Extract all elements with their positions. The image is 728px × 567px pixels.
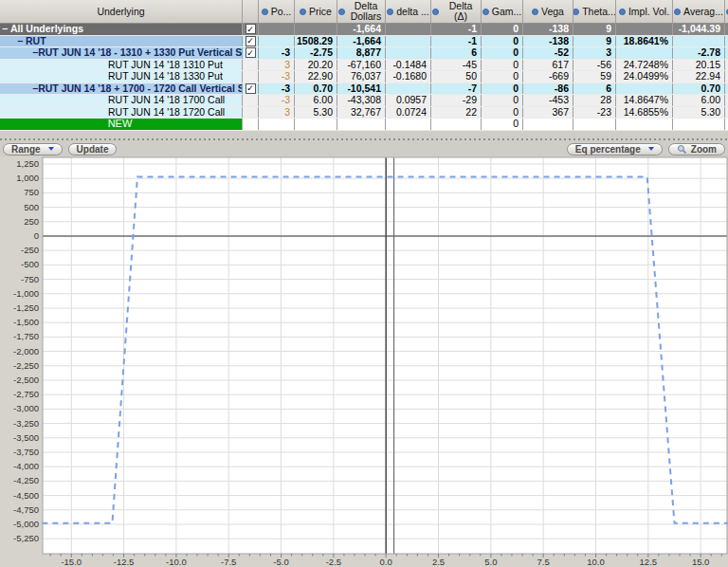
checkbox-cell[interactable]: ✓: [243, 47, 259, 59]
vega-cell: -669: [523, 71, 573, 82]
checkbox-cell[interactable]: ✓: [243, 83, 259, 95]
zoom-button-label: Zoom: [691, 144, 717, 155]
delta-dollars-cell: -1,664: [337, 36, 386, 47]
delta-cell: 22: [431, 107, 482, 119]
y-tick-label: 1,000: [16, 173, 39, 183]
checkbox-cell: [243, 107, 259, 119]
delta-cell: -7: [431, 83, 482, 95]
price-cell: 22.90: [295, 71, 337, 82]
price-cell: 6.00: [295, 95, 337, 106]
impl-vol-cell: [616, 83, 673, 95]
vega-cell: -138: [523, 24, 573, 35]
sort-dot-icon: [432, 9, 439, 15]
column-header-vega[interactable]: Vega: [523, 0, 573, 23]
zoom-button[interactable]: Zoom: [668, 143, 725, 155]
column-header-check: [243, 0, 259, 23]
x-tick-label: -2.5: [326, 557, 341, 567]
chevron-down-icon: [48, 147, 54, 151]
vega-cell: 367: [523, 107, 573, 119]
table-row-rut[interactable]: −RUT✓1508.29-1,664-10-138918.8641%: [0, 36, 728, 48]
chevron-down-icon: [648, 147, 654, 151]
underlying-cell: −All Underlyings: [0, 24, 243, 35]
underlying-label: RUT JUN 14 '18 1700 Call: [108, 95, 225, 106]
underlying-label: RUT JUN 14 '18 + 1700 - 1720 Call Vertic…: [38, 83, 243, 95]
x-tick-label: -7.5: [221, 557, 236, 567]
pos-cell: 3: [259, 60, 295, 71]
delta-small-cell: [386, 24, 431, 35]
row-checkbox[interactable]: ✓: [246, 47, 256, 58]
price-cell: [295, 24, 337, 35]
row-checkbox[interactable]: ✓: [246, 83, 256, 94]
pos-cell: -3: [259, 47, 295, 59]
underlying-cell: RUT JUN 14 '18 1720 Call: [0, 107, 243, 119]
delta-small-cell: [386, 83, 431, 95]
column-header-delta[interactable]: Delta (Δ): [431, 0, 482, 23]
theta-cell: -56: [573, 60, 616, 71]
column-header-delta_small[interactable]: delta ...: [386, 0, 431, 23]
eq-mode-label: Eq percentage: [575, 144, 641, 155]
table-row-rut-jun-14-18-1310-put[interactable]: RUT JUN 14 '18 1310 Put320.20-67,160-0.1…: [0, 60, 728, 72]
y-tick-label: -2,500: [13, 375, 39, 385]
eq-mode-dropdown[interactable]: Eq percentage: [567, 143, 663, 155]
column-header-average[interactable]: Averag...: [673, 0, 725, 23]
column-header-label: Vega: [541, 7, 564, 17]
delta-small-cell: -0.1484: [386, 60, 431, 71]
table-row-rut-jun-14-18-1330-put[interactable]: RUT JUN 14 '18 1330 Put-322.9076,037-0.1…: [0, 71, 728, 83]
table-row-all-underlyings[interactable]: −All Underlyings✓-1,664-10-1389-1,044.39: [0, 24, 728, 36]
risk-profile-chart[interactable]: Equity Portfolio Value Change (USD) -15.…: [0, 156, 728, 567]
impl-vol-cell: 24.0499%: [616, 71, 673, 82]
y-tick-label: -1,250: [13, 302, 39, 313]
gamma-cell: 0: [482, 47, 523, 59]
delta-small-cell: 0.0957: [386, 95, 431, 106]
collapse-icon[interactable]: −: [2, 24, 10, 35]
update-button[interactable]: Update: [68, 143, 118, 155]
y-tick-label: -4,250: [13, 475, 39, 485]
update-button-label: Update: [77, 144, 109, 155]
underlying-cell: −RUT JUN 14 '18 - 1310 + 1330 Put Vertic…: [0, 47, 243, 59]
table-row-rut-jun-14-18-1700-call[interactable]: RUT JUN 14 '18 1700 Call-36.00-43,3080.0…: [0, 95, 728, 107]
collapse-icon[interactable]: −: [17, 36, 26, 47]
table-row-rut-jun-14-18-1700-1720-call-vertical-spr[interactable]: −RUT JUN 14 '18 + 1700 - 1720 Call Verti…: [0, 83, 728, 96]
theta-cell: [573, 119, 616, 130]
x-tick-label: 10.0: [587, 557, 605, 567]
risk-profile-plot[interactable]: -15.0-12.5-10.0-7.5-5.0-2.50.02.55.07.51…: [0, 156, 728, 567]
price-cell: 0.70: [295, 83, 337, 95]
new-order-row[interactable]: NEW0: [0, 119, 728, 131]
delta-small-cell: [386, 47, 431, 59]
delta-dollars-cell: -1,664: [337, 24, 386, 35]
y-tick-label: -3,750: [13, 447, 39, 457]
range-dropdown[interactable]: Range: [3, 143, 63, 155]
y-tick-label: 500: [24, 201, 39, 211]
column-header-price[interactable]: Price: [295, 0, 337, 23]
delta-dollars-cell: 8,877: [337, 47, 386, 59]
column-header-impl_vol[interactable]: Impl. Vol.: [616, 0, 673, 23]
theta-cell: -23: [573, 107, 616, 119]
checkbox-cell: [243, 60, 259, 71]
new-row-label: NEW: [0, 119, 243, 130]
gamma-cell: 0: [482, 71, 523, 82]
table-row-rut-jun-14-18-1310-1330-put-vertical-spr[interactable]: −RUT JUN 14 '18 - 1310 + 1330 Put Vertic…: [0, 47, 728, 60]
column-header-theta[interactable]: Theta...: [573, 0, 616, 23]
x-tick-label: 0.0: [380, 557, 392, 567]
pos-cell: -3: [259, 71, 295, 82]
column-header-gamma[interactable]: Gam...: [482, 0, 523, 23]
vega-cell: 617: [523, 60, 573, 71]
column-header-delta_dollars[interactable]: Delta Dollars: [337, 0, 386, 23]
row-checkbox[interactable]: ✓: [246, 36, 256, 46]
y-tick-label: 250: [24, 215, 39, 226]
y-tick-label: -3,000: [13, 403, 39, 413]
row-checkbox[interactable]: ✓: [246, 24, 256, 34]
delta-cell: 6: [431, 47, 482, 59]
checkbox-cell[interactable]: ✓: [243, 24, 259, 35]
y-tick-label: 1,250: [16, 158, 39, 169]
x-tick-label: -12.5: [114, 557, 135, 567]
table-row-rut-jun-14-18-1720-call[interactable]: RUT JUN 14 '18 1720 Call35.3032,7670.072…: [0, 107, 728, 119]
delta-small-cell: 0.0724: [386, 107, 431, 119]
impl-vol-cell: 14.8647%: [616, 95, 673, 106]
theta-cell: 3: [573, 47, 616, 59]
checkbox-cell[interactable]: ✓: [243, 36, 259, 47]
impl-vol-cell: 24.7248%: [616, 60, 673, 71]
column-header-pos[interactable]: Po...: [259, 0, 295, 23]
underlying-label: RUT JUN 14 '18 1310 Put: [108, 60, 223, 71]
column-header-underlying[interactable]: Underlying: [0, 0, 243, 23]
